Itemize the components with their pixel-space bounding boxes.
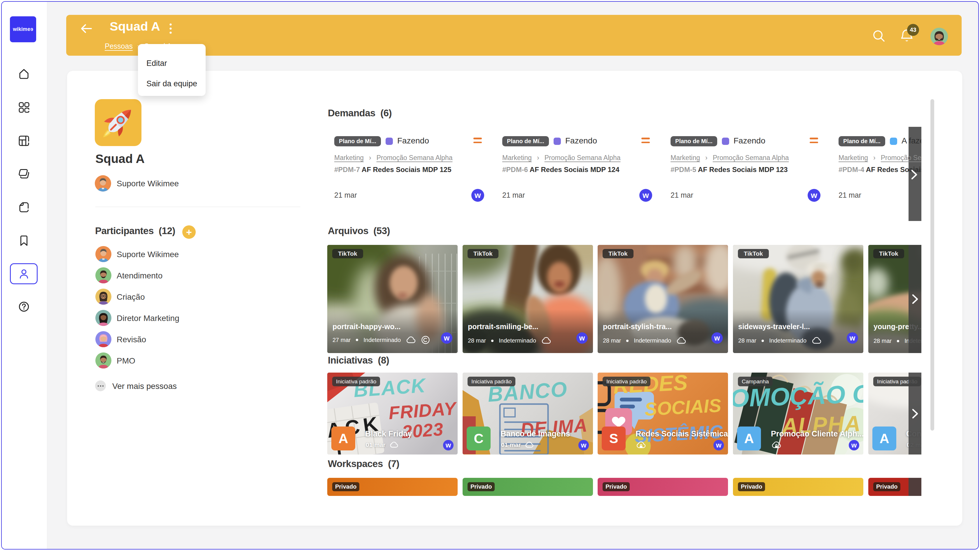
svg-text:SOCIAIS: SOCIAIS <box>644 395 722 420</box>
